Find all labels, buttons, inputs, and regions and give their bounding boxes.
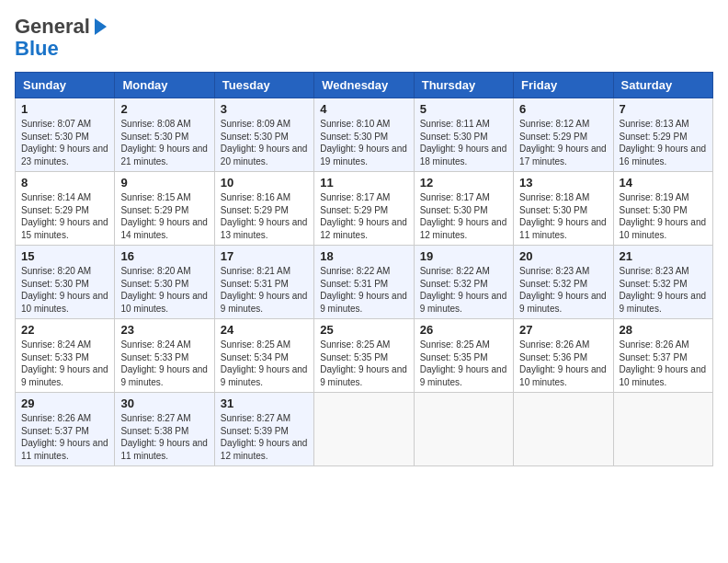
day-info: Sunrise: 8:27 AM Sunset: 5:38 PM Dayligh… — [120, 412, 208, 462]
day-info: Sunrise: 8:26 AM Sunset: 5:36 PM Dayligh… — [519, 339, 607, 388]
sunrise-label: Sunrise: 8:15 AM — [120, 192, 190, 202]
sunset-label: Sunset: 5:30 PM — [120, 132, 188, 142]
col-header-saturday: Saturday — [613, 73, 712, 98]
calendar-week-4: 22 Sunrise: 8:24 AM Sunset: 5:33 PM Dayl… — [16, 319, 713, 393]
day-info: Sunrise: 8:17 AM Sunset: 5:29 PM Dayligh… — [320, 191, 407, 241]
calendar-cell: 5 Sunrise: 8:11 AM Sunset: 5:30 PM Dayli… — [414, 98, 513, 172]
sunset-label: Sunset: 5:35 PM — [420, 352, 488, 362]
sunset-label: Sunset: 5:34 PM — [221, 352, 289, 362]
sunrise-label: Sunrise: 8:24 AM — [21, 339, 91, 350]
sunrise-label: Sunrise: 8:22 AM — [420, 266, 490, 276]
calendar-cell: 25 Sunrise: 8:25 AM Sunset: 5:35 PM Dayl… — [314, 319, 414, 393]
calendar-cell: 13 Sunrise: 8:18 AM Sunset: 5:30 PM Dayl… — [514, 172, 613, 246]
day-number: 17 — [221, 249, 308, 263]
calendar-cell: 29 Sunrise: 8:26 AM Sunset: 5:37 PM Dayl… — [16, 393, 115, 466]
daylight-label: Daylight: 9 hours and 10 minutes. — [620, 364, 707, 387]
daylight-label: Daylight: 9 hours and 14 minutes. — [120, 217, 208, 240]
day-info: Sunrise: 8:25 AM Sunset: 5:34 PM Dayligh… — [221, 339, 308, 388]
sunset-label: Sunset: 5:30 PM — [21, 132, 89, 142]
daylight-label: Daylight: 9 hours and 10 minutes. — [120, 291, 208, 314]
daylight-label: Daylight: 9 hours and 9 minutes. — [420, 364, 507, 387]
day-info: Sunrise: 8:23 AM Sunset: 5:32 PM Dayligh… — [620, 265, 707, 315]
day-info: Sunrise: 8:24 AM Sunset: 5:33 PM Dayligh… — [21, 339, 108, 388]
calendar-cell: 24 Sunrise: 8:25 AM Sunset: 5:34 PM Dayl… — [214, 319, 313, 393]
calendar-cell: 27 Sunrise: 8:26 AM Sunset: 5:36 PM Dayl… — [514, 319, 613, 393]
calendar-cell: 22 Sunrise: 8:24 AM Sunset: 5:33 PM Dayl… — [16, 319, 115, 393]
calendar-cell: 8 Sunrise: 8:14 AM Sunset: 5:29 PM Dayli… — [16, 172, 115, 246]
sunrise-label: Sunrise: 8:23 AM — [519, 266, 589, 276]
calendar-cell: 18 Sunrise: 8:22 AM Sunset: 5:31 PM Dayl… — [314, 246, 414, 319]
day-number: 9 — [120, 176, 208, 190]
sunset-label: Sunset: 5:29 PM — [320, 205, 388, 215]
sunset-label: Sunset: 5:32 PM — [620, 279, 688, 289]
calendar-cell: 23 Sunrise: 8:24 AM Sunset: 5:33 PM Dayl… — [115, 319, 214, 393]
sunrise-label: Sunrise: 8:26 AM — [21, 413, 91, 423]
calendar-cell: 31 Sunrise: 8:27 AM Sunset: 5:39 PM Dayl… — [214, 393, 313, 466]
day-number: 3 — [221, 102, 308, 116]
day-info: Sunrise: 8:22 AM Sunset: 5:32 PM Dayligh… — [420, 265, 507, 315]
col-header-friday: Friday — [514, 73, 613, 98]
sunset-label: Sunset: 5:36 PM — [519, 352, 587, 362]
day-info: Sunrise: 8:15 AM Sunset: 5:29 PM Dayligh… — [120, 191, 208, 241]
day-number: 26 — [420, 323, 507, 337]
calendar-cell: 12 Sunrise: 8:17 AM Sunset: 5:30 PM Dayl… — [414, 172, 513, 246]
day-number: 23 — [120, 323, 208, 337]
day-number: 24 — [221, 323, 308, 337]
daylight-label: Daylight: 9 hours and 10 minutes. — [519, 364, 607, 387]
sunset-label: Sunset: 5:29 PM — [221, 205, 289, 215]
daylight-label: Daylight: 9 hours and 20 minutes. — [221, 144, 308, 167]
daylight-label: Daylight: 9 hours and 11 minutes. — [21, 438, 108, 461]
daylight-label: Daylight: 9 hours and 9 minutes. — [120, 364, 208, 387]
sunrise-label: Sunrise: 8:19 AM — [620, 192, 689, 202]
sunrise-label: Sunrise: 8:11 AM — [420, 119, 490, 129]
day-number: 28 — [620, 323, 707, 337]
page-header: General Blue — [15, 15, 713, 63]
logo: General Blue — [15, 15, 107, 63]
sunset-label: Sunset: 5:33 PM — [21, 352, 89, 362]
day-number: 20 — [519, 249, 607, 263]
calendar-cell: 11 Sunrise: 8:17 AM Sunset: 5:29 PM Dayl… — [314, 172, 414, 246]
sunrise-label: Sunrise: 8:26 AM — [519, 339, 589, 350]
calendar-cell: 6 Sunrise: 8:12 AM Sunset: 5:29 PM Dayli… — [514, 98, 613, 172]
day-info: Sunrise: 8:21 AM Sunset: 5:31 PM Dayligh… — [221, 265, 308, 315]
sunrise-label: Sunrise: 8:21 AM — [221, 266, 290, 276]
day-number: 10 — [221, 176, 308, 190]
sunrise-label: Sunrise: 8:20 AM — [120, 266, 190, 276]
sunset-label: Sunset: 5:33 PM — [120, 352, 188, 362]
sunset-label: Sunset: 5:31 PM — [320, 279, 388, 289]
day-info: Sunrise: 8:13 AM Sunset: 5:29 PM Dayligh… — [620, 118, 707, 167]
sunrise-label: Sunrise: 8:25 AM — [420, 339, 490, 350]
day-info: Sunrise: 8:07 AM Sunset: 5:30 PM Dayligh… — [21, 118, 108, 167]
sunset-label: Sunset: 5:30 PM — [620, 205, 688, 215]
day-number: 22 — [21, 323, 108, 337]
sunrise-label: Sunrise: 8:23 AM — [620, 266, 689, 276]
calendar-cell: 26 Sunrise: 8:25 AM Sunset: 5:35 PM Dayl… — [414, 319, 513, 393]
day-number: 19 — [420, 249, 507, 263]
sunrise-label: Sunrise: 8:17 AM — [320, 192, 390, 202]
calendar-cell — [613, 393, 712, 466]
calendar-cell: 14 Sunrise: 8:19 AM Sunset: 5:30 PM Dayl… — [613, 172, 712, 246]
sunrise-label: Sunrise: 8:12 AM — [519, 119, 589, 129]
day-number: 2 — [120, 102, 208, 116]
daylight-label: Daylight: 9 hours and 9 minutes. — [420, 291, 507, 314]
day-number: 5 — [420, 102, 507, 116]
sunset-label: Sunset: 5:37 PM — [21, 426, 89, 436]
day-info: Sunrise: 8:12 AM Sunset: 5:29 PM Dayligh… — [519, 118, 607, 167]
day-info: Sunrise: 8:08 AM Sunset: 5:30 PM Dayligh… — [120, 118, 208, 167]
calendar-cell — [414, 393, 513, 466]
day-number: 29 — [21, 396, 108, 410]
calendar-cell: 9 Sunrise: 8:15 AM Sunset: 5:29 PM Dayli… — [115, 172, 214, 246]
calendar-cell: 7 Sunrise: 8:13 AM Sunset: 5:29 PM Dayli… — [613, 98, 712, 172]
sunrise-label: Sunrise: 8:18 AM — [519, 192, 589, 202]
day-number: 8 — [21, 176, 108, 190]
daylight-label: Daylight: 9 hours and 16 minutes. — [620, 144, 707, 167]
day-number: 21 — [620, 249, 707, 263]
calendar-week-3: 15 Sunrise: 8:20 AM Sunset: 5:30 PM Dayl… — [16, 246, 713, 319]
sunrise-label: Sunrise: 8:22 AM — [320, 266, 390, 276]
daylight-label: Daylight: 9 hours and 23 minutes. — [21, 144, 108, 167]
day-number: 11 — [320, 176, 407, 190]
day-info: Sunrise: 8:18 AM Sunset: 5:30 PM Dayligh… — [519, 191, 607, 241]
sunset-label: Sunset: 5:29 PM — [21, 205, 89, 215]
day-number: 27 — [519, 323, 607, 337]
sunset-label: Sunset: 5:30 PM — [420, 132, 488, 142]
